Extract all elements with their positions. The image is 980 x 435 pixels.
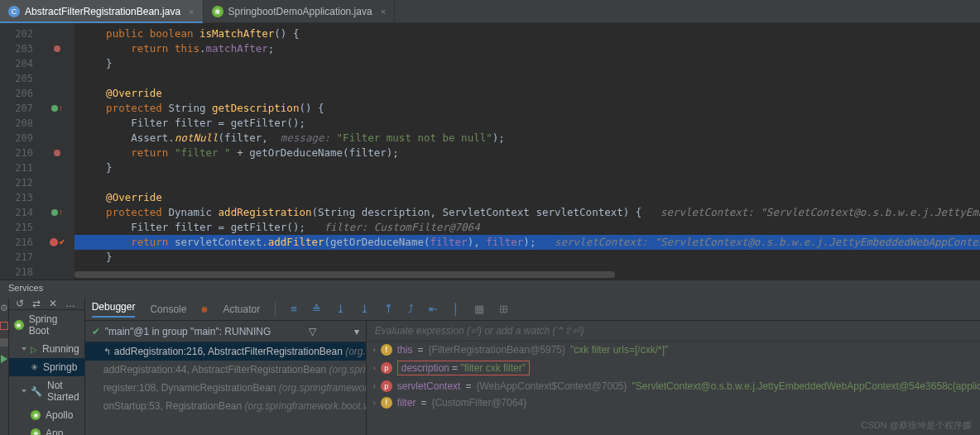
code-line[interactable]: @Override	[74, 86, 980, 101]
var-name: description	[401, 362, 449, 374]
step-action-icon[interactable]: ⤴	[408, 303, 414, 315]
code-line[interactable]: protected String getDescription() {	[74, 101, 980, 116]
line-number-gutter: 2022032042052062072082092102112122132142…	[0, 23, 40, 280]
code-line[interactable]: public boolean isMatchAfter() {	[74, 26, 980, 41]
var-eq: =	[449, 362, 461, 374]
watermark-text: CSDN @蔡徐坤是个程序媛	[862, 419, 972, 432]
step-action-icon[interactable]: ⊞	[499, 303, 508, 315]
breakpoint-icon[interactable]	[50, 238, 58, 246]
settings-icon[interactable]: ⚙	[0, 303, 8, 313]
override-marker-icon[interactable]	[51, 209, 58, 216]
code-line[interactable]: Assert.notNull(filter, message: "Filter …	[74, 131, 980, 146]
expand-arrow-icon[interactable]: ›	[373, 364, 376, 372]
running-icon: ▷	[31, 345, 37, 354]
step-action-icon[interactable]: ⤓	[360, 303, 369, 315]
stack-frame[interactable]: addRegistration:44, AbstractFilterRegist…	[85, 361, 366, 379]
tree-root[interactable]: ❀Spring Boot	[9, 310, 84, 340]
step-action-icon[interactable]: ⤒	[384, 303, 393, 315]
stack-frame[interactable]: onStartup:53, RegistrationBean (org.spri…	[85, 397, 366, 415]
code-line[interactable]: }	[74, 250, 980, 265]
tool-icon[interactable]	[0, 338, 8, 347]
expand-arrow-icon[interactable]: ›	[373, 382, 376, 390]
run-icon[interactable]	[1, 355, 7, 363]
filter-icon[interactable]: ▽	[309, 326, 316, 337]
code-line[interactable]: protected Dynamic addRegistration(String…	[74, 205, 980, 220]
editor-tab[interactable]: ❀SpringbootDemoApplication.java×	[204, 0, 396, 22]
stack-frame[interactable]: ↰addRegistration:216, AbstractFilterRegi…	[85, 342, 366, 361]
expand-arrow-icon[interactable]: ›	[373, 346, 376, 354]
stop-icon[interactable]	[0, 322, 8, 330]
code-line[interactable]	[74, 71, 980, 86]
variable-row[interactable]: ›pdescription = "filter cxk filter"	[367, 358, 980, 378]
debug-tab-debugger[interactable]: Debugger	[92, 301, 136, 318]
filter-more-icon[interactable]: ▾	[354, 326, 359, 337]
svc-toolbar-button[interactable]: ✕	[49, 298, 57, 309]
wrench-icon: 🔧	[31, 386, 42, 397]
implements-up-icon[interactable]: ↑	[59, 101, 63, 116]
debug-tab-actuator[interactable]: Actuator	[223, 304, 260, 315]
code-line[interactable]: Filter filter = getFilter();	[74, 116, 980, 131]
frames-header: ✔ "main"@1 in group "main": RUNNING ▽ ▾	[85, 321, 366, 342]
code-line[interactable]: return this.matchAfter;	[74, 41, 980, 56]
svc-toolbar-button[interactable]: ⇄	[32, 298, 41, 309]
tree-label: Apollo	[46, 409, 73, 421]
debugger-main: DebuggerConsole⎈Actuator≡≙⤓⤓⤒⤴⇤│▦⊞ ✔ "ma…	[85, 298, 980, 435]
close-icon[interactable]: ×	[381, 7, 386, 17]
debug-tab-console[interactable]: Console	[150, 304, 186, 315]
evaluate-input[interactable]: Evaluate expression (⏎) or add a watch (…	[367, 321, 980, 342]
code-line[interactable]: @Override	[74, 190, 980, 205]
execution-point-icon[interactable]: ✔	[59, 235, 65, 250]
tree-node[interactable]: ❀Apollo	[9, 406, 84, 424]
tab-label: AbstractFilterRegistrationBean.java	[25, 6, 180, 17]
services-tree-column: ↺⇄✕… ❀Spring Boot▷Running✳Springb🔧Not St…	[9, 298, 85, 435]
variable-row[interactable]: ›fthis = {FilterRegistrationBean@5975} "…	[367, 342, 980, 358]
code-line[interactable]: return "filter " + getOrDeduceName(filte…	[74, 146, 980, 160]
close-icon[interactable]: ×	[189, 7, 194, 17]
override-marker-icon[interactable]	[51, 105, 58, 112]
code-line[interactable]: return servletContext.addFilter(getOrDed…	[74, 235, 980, 250]
tree-node[interactable]: ❀App	[9, 424, 84, 435]
implements-up-icon[interactable]: ↑	[59, 205, 63, 220]
tree-node[interactable]: ▷Running	[9, 340, 84, 358]
editor-tab[interactable]: CAbstractFilterRegistrationBean.java×	[0, 0, 204, 22]
variable-row[interactable]: ›pservletContext = {WebAppContext$Contex…	[367, 378, 980, 394]
debug-tab-bar: DebuggerConsole⎈Actuator≡≙⤓⤓⤒⤴⇤│▦⊞	[85, 298, 980, 321]
var-eq: =	[465, 380, 471, 392]
step-action-icon[interactable]: ≡	[291, 303, 297, 315]
marker-gutter: ↑↑✔	[40, 23, 74, 280]
var-name: this	[397, 344, 413, 356]
step-action-icon[interactable]: ⇤	[429, 303, 438, 315]
code-line[interactable]: Filter filter = getFilter(); filter: Cus…	[74, 220, 980, 235]
step-action-icon[interactable]: ▦	[474, 303, 484, 315]
code-line[interactable]: }	[74, 56, 980, 71]
tree-label: Springb	[43, 361, 77, 373]
frame-label: addRegistration:216, AbstractFilterRegis…	[114, 346, 346, 357]
var-name: servletContext	[397, 380, 461, 392]
variable-row[interactable]: ›ffilter = {CustomFilter@7064}	[367, 394, 980, 411]
return-marker-icon[interactable]	[54, 45, 60, 52]
svc-toolbar-button[interactable]: …	[65, 298, 75, 309]
expand-arrow-icon[interactable]: ›	[373, 399, 376, 407]
code-line[interactable]: }	[74, 160, 980, 175]
step-action-icon[interactable]: ≙	[312, 303, 321, 315]
step-action-icon[interactable]: │	[453, 303, 459, 315]
var-name: filter	[397, 397, 416, 409]
horizontal-scrollbar[interactable]	[74, 271, 975, 280]
frame-label: addRegistration:44, AbstractFilterRegist…	[103, 364, 329, 375]
tree-node[interactable]: ✳Springb	[9, 358, 84, 376]
thread-label[interactable]: "main"@1 in group "main": RUNNING	[105, 326, 271, 337]
spring-leaf-icon: ❀	[31, 428, 41, 435]
return-arrow-icon: ↰	[103, 347, 111, 356]
loading-icon: ✳	[31, 362, 38, 373]
code-area[interactable]: public boolean isMatchAfter() { return t…	[74, 23, 980, 280]
svc-toolbar-button[interactable]: ↺	[16, 298, 24, 309]
var-ref: {CustomFilter@7064}	[431, 397, 526, 409]
stack-frame[interactable]: register:108, DynamicRegistrationBean (o…	[85, 379, 366, 397]
tree-node[interactable]: 🔧Not Started	[9, 376, 84, 406]
code-line[interactable]	[74, 175, 980, 190]
tree-label: Spring Boot	[29, 313, 79, 337]
step-action-icon[interactable]: ⤓	[336, 303, 345, 315]
frame-list[interactable]: ↰addRegistration:216, AbstractFilterRegi…	[85, 342, 366, 435]
tool-window-strip: ⚙	[0, 298, 9, 435]
return-marker-icon[interactable]	[54, 150, 60, 156]
